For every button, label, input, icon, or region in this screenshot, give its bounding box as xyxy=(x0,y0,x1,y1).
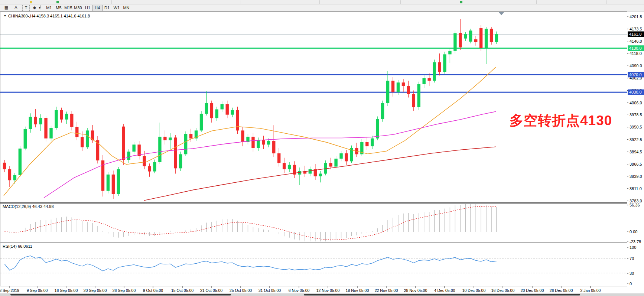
svg-text:70: 70 xyxy=(630,256,634,261)
symbol-dropdown-icon[interactable]: ▼ xyxy=(4,14,6,17)
svg-text:20 Dec 05:00: 20 Dec 05:00 xyxy=(521,288,544,293)
svg-text:3811.0: 3811.0 xyxy=(630,186,642,191)
svg-text:4146.0: 4146.0 xyxy=(630,39,642,43)
svg-text:4 Dec 05:00: 4 Dec 05:00 xyxy=(434,288,455,293)
svg-text:30: 30 xyxy=(630,271,634,276)
svg-text:100: 100 xyxy=(630,245,636,250)
chart-plot-area[interactable]: 4201.54173.54146.04118.04090.04062.04034… xyxy=(0,0,644,296)
svg-text:10 Dec 05:00: 10 Dec 05:00 xyxy=(462,288,486,293)
svg-text:4118.0: 4118.0 xyxy=(630,51,642,56)
rsi-indicator-label: RSI(14) 66.0611 xyxy=(3,244,32,248)
svg-text:4173.5: 4173.5 xyxy=(630,27,642,31)
svg-text:56.36: 56.36 xyxy=(630,203,640,207)
svg-text:26 Sep 05:00: 26 Sep 05:00 xyxy=(113,288,136,293)
svg-text:15 Oct 05:00: 15 Oct 05:00 xyxy=(171,288,193,293)
svg-text:4090.0: 4090.0 xyxy=(630,64,642,68)
svg-text:2 Jan 05:00: 2 Jan 05:00 xyxy=(580,288,601,293)
svg-text:0: 0 xyxy=(630,282,632,286)
svg-text:3839.0: 3839.0 xyxy=(630,174,642,179)
svg-text:4201.5: 4201.5 xyxy=(630,14,642,19)
svg-text:0.00: 0.00 xyxy=(630,230,637,234)
svg-text:3866.5: 3866.5 xyxy=(630,162,642,166)
svg-text:9 Sep 05:00: 9 Sep 05:00 xyxy=(27,288,48,293)
svg-text:3894.5: 3894.5 xyxy=(630,150,642,154)
svg-text:16 Dec 05:00: 16 Dec 05:00 xyxy=(491,288,515,293)
svg-text:16 Sep 05:00: 16 Sep 05:00 xyxy=(55,288,78,293)
svg-text:6 Nov 05:00: 6 Nov 05:00 xyxy=(289,288,310,293)
svg-text:22 Nov 05:00: 22 Nov 05:00 xyxy=(375,288,398,293)
svg-text:4161.8: 4161.8 xyxy=(629,32,642,36)
svg-text:4030.0: 4030.0 xyxy=(629,90,642,94)
svg-text:3922.5: 3922.5 xyxy=(630,137,642,142)
svg-text:3978.5: 3978.5 xyxy=(630,113,642,117)
svg-text:4070.0: 4070.0 xyxy=(629,72,642,77)
symbol-title: ▼CHINA300-,H4 4158.3 4165.1 4141.6 4161.… xyxy=(4,14,90,18)
svg-text:3950.5: 3950.5 xyxy=(630,125,642,129)
svg-text:12 Nov 05:00: 12 Nov 05:00 xyxy=(316,288,340,293)
svg-text:20 Sep 05:00: 20 Sep 05:00 xyxy=(84,288,107,293)
svg-text:4006.0: 4006.0 xyxy=(630,101,642,105)
chart-annotation-text: 多空转折点4130 xyxy=(510,111,612,130)
svg-text:9 Oct 05:00: 9 Oct 05:00 xyxy=(143,288,163,293)
svg-text:26 Dec 05:00: 26 Dec 05:00 xyxy=(550,288,573,293)
svg-text:31 Oct 05:00: 31 Oct 05:00 xyxy=(258,288,281,293)
svg-text:3 Sep 2019: 3 Sep 2019 xyxy=(0,288,19,293)
svg-text:18 Nov 05:00: 18 Nov 05:00 xyxy=(346,288,369,293)
macd-indicator-label: MACD(12,26,9) 46.43 44.98 xyxy=(3,204,54,209)
svg-text:28 Nov 05:00: 28 Nov 05:00 xyxy=(404,288,427,293)
svg-text:25 Oct 05:00: 25 Oct 05:00 xyxy=(230,288,252,293)
svg-text:21 Oct 05:00: 21 Oct 05:00 xyxy=(200,288,222,293)
svg-text:4130.0: 4130.0 xyxy=(629,46,642,51)
svg-text:-23.78: -23.78 xyxy=(630,240,641,244)
